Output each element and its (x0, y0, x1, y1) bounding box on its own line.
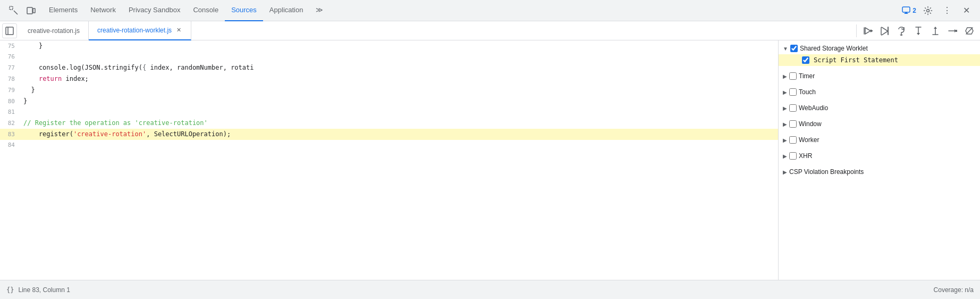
code-line-77: 77 console.log(JSON.stringify({ index, r… (0, 62, 778, 73)
shared-storage-worklet-checkbox[interactable] (790, 45, 798, 52)
svg-point-21 (956, 30, 957, 32)
svg-marker-14 (917, 33, 920, 35)
code-line-79: 79 } (0, 85, 778, 96)
svg-rect-3 (902, 7, 910, 12)
breakpoint-section-window: ▶ Window (779, 116, 980, 132)
svg-point-4 (927, 9, 930, 12)
svg-rect-5 (6, 27, 13, 35)
file-tab-worklet[interactable]: creative-rotation-worklet.js ✕ (89, 21, 191, 40)
chevron-right-icon: ▶ (783, 137, 787, 143)
tab-bar-right: 2 ⋮ ✕ (902, 3, 978, 18)
device-toolbar-icon[interactable] (23, 3, 38, 18)
breakpoint-section-touch: ▶ Touch (779, 84, 980, 100)
debugger-toolbar (856, 24, 980, 37)
worker-checkbox[interactable] (789, 136, 797, 144)
breakpoint-section-xhr: ▶ XHR (779, 148, 980, 164)
breakpoint-section-shared-storage: ▼ Shared Storage Worklet Script First St… (779, 40, 980, 68)
resume-icon[interactable] (878, 24, 891, 37)
script-first-statement-checkbox[interactable] (802, 56, 809, 64)
window-header[interactable]: ▶ Window (779, 118, 980, 130)
chevron-down-icon: ▼ (783, 46, 788, 52)
code-line-82: 82 // Register the operation as 'creativ… (0, 118, 778, 129)
code-line-80: 80 } (0, 96, 778, 107)
deactivate-breakpoints-icon[interactable] (963, 24, 976, 37)
close-file-tab-icon[interactable]: ✕ (175, 27, 182, 34)
step-over-icon[interactable] (895, 24, 908, 37)
touch-checkbox[interactable] (789, 88, 797, 96)
shared-storage-worklet-header[interactable]: ▼ Shared Storage Worklet (779, 43, 980, 54)
window-checkbox[interactable] (789, 120, 797, 128)
file-tabs: creative-rotation.js creative-rotation-w… (0, 21, 980, 40)
toggle-navigator-icon[interactable] (2, 23, 17, 38)
main-content: 75 } 76 77 console.log(JSON.stringify({ … (0, 40, 980, 280)
step-out-icon[interactable] (929, 24, 942, 37)
code-line-75: 75 } (0, 40, 778, 52)
step-into-icon[interactable] (912, 24, 925, 37)
tab-elements[interactable]: Elements (43, 0, 84, 21)
tab-network[interactable]: Network (84, 0, 122, 21)
code-line-76: 76 (0, 52, 778, 62)
code-editor[interactable]: 75 } 76 77 console.log(JSON.stringify({ … (0, 40, 778, 280)
breakpoint-section-timer: ▶ Timer (779, 68, 980, 84)
code-line-84: 84 (0, 140, 778, 151)
more-options-icon[interactable]: ⋮ (940, 3, 954, 18)
xhr-header[interactable]: ▶ XHR (779, 150, 980, 162)
chevron-right-icon: ▶ (783, 121, 787, 127)
tab-application[interactable]: Application (263, 0, 310, 21)
right-panel: ▼ Shared Storage Worklet Script First St… (778, 40, 980, 280)
code-line-83: 83 register('creative-rotation', SelectU… (0, 129, 778, 140)
tab-more[interactable]: ≫ (309, 0, 330, 21)
devtools-icons (2, 3, 43, 18)
svg-marker-7 (865, 28, 871, 34)
coverage-info: Coverage: n/a (934, 286, 974, 294)
tab-console[interactable]: Console (187, 0, 225, 21)
svg-marker-12 (900, 35, 903, 36)
status-bar: {} Line 83, Column 1 Coverage: n/a (0, 280, 980, 299)
cursor-position: Line 83, Column 1 (18, 286, 70, 294)
settings-icon[interactable] (920, 3, 935, 18)
csp-header[interactable]: ▶ CSP Violation Breakpoints (779, 166, 980, 178)
inspect-icon[interactable] (6, 3, 21, 18)
chevron-right-icon: ▶ (783, 73, 787, 79)
webaudio-checkbox[interactable] (789, 104, 797, 112)
svg-rect-0 (10, 6, 13, 10)
code-line-81: 81 (0, 107, 778, 118)
breakpoint-section-csp: ▶ CSP Violation Breakpoints (779, 164, 980, 180)
run-snippet-icon[interactable] (861, 24, 874, 37)
file-tab-creative-rotation[interactable]: creative-rotation.js (19, 21, 89, 40)
svg-marker-17 (934, 27, 937, 29)
chevron-right-icon: ▶ (783, 153, 787, 159)
tab-bar: Elements Network Privacy Sandbox Console… (0, 0, 980, 21)
step-icon[interactable] (946, 24, 959, 37)
xhr-checkbox[interactable] (789, 152, 797, 160)
script-first-statement-item[interactable]: Script First Statement (779, 54, 980, 66)
curly-braces-icon: {} (6, 286, 14, 294)
webaudio-header[interactable]: ▶ WebAudio (779, 102, 980, 114)
timer-checkbox[interactable] (789, 72, 797, 80)
close-devtools-icon[interactable]: ✕ (959, 3, 974, 18)
breakpoint-section-webaudio: ▶ WebAudio (779, 100, 980, 116)
breakpoint-section-worker: ▶ Worker (779, 132, 980, 148)
console-messages-badge[interactable]: 2 (902, 6, 916, 15)
code-line-78: 78 return index; (0, 73, 778, 85)
worker-header[interactable]: ▶ Worker (779, 134, 980, 146)
chevron-right-icon: ▶ (783, 105, 787, 111)
tab-sources[interactable]: Sources (225, 0, 263, 21)
chevron-right-icon: ▶ (783, 169, 787, 175)
svg-rect-2 (33, 9, 35, 13)
timer-header[interactable]: ▶ Timer (779, 70, 980, 82)
touch-header[interactable]: ▶ Touch (779, 86, 980, 98)
tab-privacy-sandbox[interactable]: Privacy Sandbox (122, 0, 187, 21)
chevron-right-icon: ▶ (783, 89, 787, 95)
svg-rect-1 (27, 7, 32, 14)
